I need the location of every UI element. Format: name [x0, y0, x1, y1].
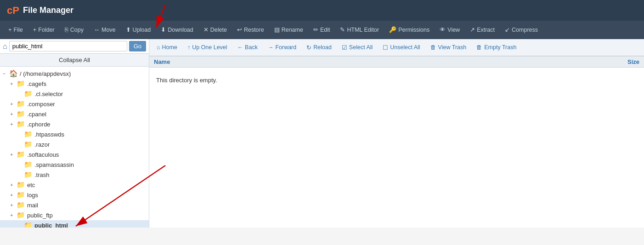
- rename-button[interactable]: ▤ Rename: [270, 24, 308, 35]
- restore-label: Restore: [244, 27, 264, 33]
- tree-toggle-public-ftp: +: [10, 212, 17, 218]
- upload-button[interactable]: ⬆ Upload: [121, 24, 156, 35]
- unselect-all-label: Unselect All: [390, 44, 420, 51]
- tree-item-spamassassin[interactable]: 📁 .spamassassin: [0, 160, 149, 170]
- compress-label: Compress: [512, 27, 538, 33]
- tree-label-composer: .composer: [27, 101, 55, 108]
- upload-label: Upload: [133, 27, 151, 33]
- select-all-label: Select All: [349, 44, 373, 51]
- tree-toggle-cpanel: +: [10, 111, 17, 117]
- folder-icon-cphorde: 📁: [17, 120, 25, 128]
- delete-button[interactable]: ✕ Delete: [199, 24, 232, 35]
- tree-label-cl-selector: .cl.selector: [34, 91, 63, 97]
- app-title: File Manager: [23, 6, 73, 15]
- tree-item-cphorde[interactable]: + 📁 .cphorde: [0, 119, 149, 129]
- folder-icon-root: 🏠: [9, 69, 18, 78]
- tree-item-etc[interactable]: + 📁 etc: [0, 180, 149, 190]
- tree-item-htpasswds[interactable]: 📁 .htpasswds: [0, 129, 149, 139]
- new-file-button[interactable]: + File: [4, 24, 28, 35]
- tree-item-cagefs[interactable]: + 📁 .cagefs: [0, 79, 149, 89]
- plus-icon: +: [8, 26, 12, 33]
- tree-item-composer[interactable]: + 📁 .composer: [0, 99, 149, 109]
- extract-label: Extract: [477, 27, 495, 33]
- permissions-icon: 🔑: [389, 26, 396, 33]
- edit-icon: ✏: [313, 26, 318, 33]
- tree-item-softaculous[interactable]: + 📁 .softaculous: [0, 149, 149, 160]
- edit-button[interactable]: ✏ Edit: [309, 24, 335, 35]
- folder-icon-mail: 📁: [17, 201, 25, 209]
- tree-toggle-root: −: [3, 71, 9, 76]
- home-nav-button[interactable]: ⌂ Home: [152, 42, 182, 52]
- folder-icon-cl-selector: 📁: [24, 90, 33, 98]
- go-button[interactable]: Go: [129, 41, 146, 51]
- compress-icon: ↙: [505, 26, 510, 33]
- folder-icon-cagefs: 📁: [17, 80, 25, 88]
- tree-item-public-ftp[interactable]: + 📁 public_ftp: [0, 210, 149, 220]
- back-label: Back: [245, 44, 258, 51]
- new-folder-button[interactable]: + Folder: [28, 24, 59, 35]
- back-button[interactable]: ← Back: [233, 42, 262, 52]
- reload-button[interactable]: ↻ Reload: [302, 42, 336, 53]
- tree-item-razor[interactable]: 📁 .razor: [0, 139, 149, 149]
- plus-folder-icon: +: [33, 26, 37, 33]
- html-editor-button[interactable]: ✎ HTML Editor: [335, 24, 384, 35]
- content-area: ⌂ Home ↑ Up One Level ← Back → Forward ↻: [149, 39, 644, 228]
- unselect-all-button[interactable]: ☐ Unselect All: [378, 42, 424, 53]
- app-logo: cP File Manager: [7, 5, 73, 17]
- folder-icon-logs: 📁: [17, 191, 25, 199]
- upload-icon: ⬆: [126, 26, 131, 33]
- folder-icon-htpasswds: 📁: [24, 130, 33, 138]
- tree-item-root[interactable]: − 🏠 / (/home/appdevsx): [0, 68, 149, 79]
- copy-label: Copy: [70, 27, 84, 33]
- tree-item-cpanel[interactable]: + 📁 .cpanel: [0, 109, 149, 119]
- delete-icon: ✕: [203, 26, 209, 33]
- copy-icon: ⎘: [65, 26, 68, 33]
- tree-item-public-html[interactable]: 📁 public_html: [0, 220, 149, 228]
- delete-label: Delete: [210, 27, 227, 33]
- collapse-all-button[interactable]: Collapse All: [0, 54, 149, 67]
- tree-toggle-etc: +: [10, 182, 17, 188]
- view-trash-icon: 🗑: [430, 44, 436, 51]
- back-icon: ←: [237, 44, 243, 51]
- view-button[interactable]: 👁 View: [435, 24, 464, 35]
- forward-label: Forward: [275, 44, 296, 51]
- col-size-header: Size: [603, 58, 639, 65]
- view-trash-button[interactable]: 🗑 View Trash: [426, 42, 471, 52]
- new-folder-label: Folder: [38, 27, 54, 33]
- extract-button[interactable]: ↗ Extract: [465, 24, 499, 35]
- select-all-icon: ☑: [342, 44, 347, 51]
- download-button[interactable]: ⬇ Download: [156, 24, 198, 35]
- copy-button[interactable]: ⎘ Copy: [60, 24, 88, 35]
- tree-label-logs: logs: [27, 192, 38, 199]
- up-one-level-button[interactable]: ↑ Up One Level: [183, 42, 232, 52]
- empty-trash-icon: 🗑: [476, 44, 482, 51]
- folder-icon-etc: 📁: [17, 181, 25, 189]
- select-all-button[interactable]: ☑ Select All: [337, 42, 377, 53]
- extract-icon: ↗: [470, 26, 475, 33]
- html-editor-icon: ✎: [340, 26, 345, 33]
- permissions-label: Permissions: [398, 27, 429, 33]
- new-file-label: File: [14, 27, 23, 33]
- path-input[interactable]: [9, 41, 127, 51]
- permissions-button[interactable]: 🔑 Permissions: [384, 24, 434, 35]
- move-button[interactable]: ↔ Move: [89, 24, 120, 35]
- tree-item-trash-folder[interactable]: 📁 .trash: [0, 170, 149, 180]
- empty-directory-message: This directory is empty.: [149, 68, 644, 93]
- home-nav-icon: ⌂: [157, 44, 160, 51]
- folder-icon-softaculous: 📁: [17, 150, 25, 159]
- tree-item-mail[interactable]: + 📁 mail: [0, 200, 149, 210]
- empty-trash-button[interactable]: 🗑 Empty Trash: [472, 42, 521, 52]
- up-icon: ↑: [187, 44, 190, 51]
- edit-label: Edit: [320, 27, 330, 33]
- path-bar: ⌂ Go: [0, 39, 149, 54]
- home-sidebar-icon[interactable]: ⌂: [3, 42, 7, 51]
- forward-button[interactable]: → Forward: [263, 42, 301, 52]
- rename-label: Rename: [282, 27, 303, 33]
- reload-label: Reload: [313, 44, 332, 51]
- compress-button[interactable]: ↙ Compress: [500, 24, 542, 35]
- tree-label-cpanel: .cpanel: [27, 111, 46, 118]
- tree-item-cl-selector[interactable]: 📁 .cl.selector: [0, 89, 149, 99]
- tree-item-logs[interactable]: + 📁 logs: [0, 190, 149, 200]
- folder-icon-spamassassin: 📁: [24, 160, 33, 169]
- restore-button[interactable]: ↩ Restore: [232, 24, 269, 35]
